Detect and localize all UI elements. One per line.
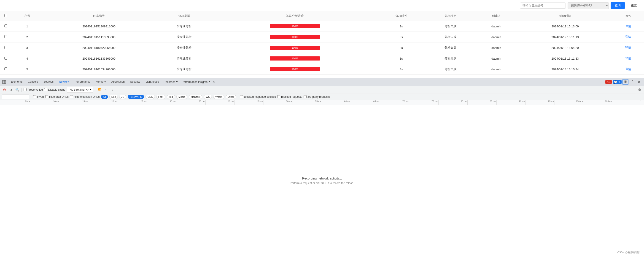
- disable-cache-checkbox[interactable]: [44, 88, 47, 91]
- query-button[interactable]: 查询: [610, 2, 625, 9]
- hide-data-urls-checkbox[interactable]: [45, 95, 48, 98]
- pill-manifest[interactable]: Manifest: [189, 95, 202, 99]
- row-checkbox[interactable]: [4, 67, 7, 70]
- disable-cache-label[interactable]: Disable cache: [44, 88, 65, 91]
- hide-ext-urls-label[interactable]: Hide extension URLs: [70, 95, 100, 98]
- blocked-requests-label[interactable]: Blocked requests: [277, 95, 302, 98]
- recording-text: Recording network activity...: [302, 176, 342, 180]
- blocked-cookies-label[interactable]: Blocked response cookies: [240, 95, 276, 98]
- pill-other[interactable]: Other: [226, 95, 236, 99]
- download-button[interactable]: ↓: [110, 87, 115, 92]
- preserve-log-checkbox[interactable]: [24, 88, 26, 91]
- timeline-tick: 1: [613, 100, 642, 105]
- panel-icon[interactable]: [1, 79, 7, 85]
- pill-img[interactable]: Img: [167, 95, 175, 99]
- row-checkbox-cell: [0, 21, 12, 32]
- pill-js[interactable]: JS: [119, 95, 126, 99]
- invert-text: Invert: [37, 95, 44, 98]
- row-checkbox[interactable]: [4, 35, 7, 38]
- pill-wasm[interactable]: Wasm: [213, 95, 224, 99]
- log-id-input[interactable]: [520, 2, 566, 9]
- tab-security[interactable]: Security: [128, 78, 143, 86]
- tab-performance-insights[interactable]: Performance insights ⚑ ✕: [180, 78, 217, 86]
- more-options-button[interactable]: ⋮: [629, 79, 635, 85]
- blocked-requests-checkbox[interactable]: [277, 95, 280, 98]
- row-time: 2024/01/18 18:04:20: [518, 42, 613, 53]
- filter-input[interactable]: [2, 95, 29, 99]
- preserve-log-text: Preserve log: [28, 88, 43, 91]
- tab-recorder[interactable]: Recorder ⚑: [162, 78, 180, 86]
- pill-css[interactable]: CSS: [146, 95, 155, 99]
- pill-doc[interactable]: Doc: [109, 95, 118, 99]
- warning-badge[interactable]: 💬 26: [613, 80, 622, 84]
- tab-elements[interactable]: Elements: [8, 78, 25, 86]
- row-index: 5: [12, 64, 43, 75]
- clear-button[interactable]: ⊘: [8, 87, 13, 92]
- blocked-cookies-checkbox[interactable]: [240, 95, 243, 98]
- timeline-tick: 20 ms: [89, 100, 118, 105]
- select-all-checkbox[interactable]: [4, 14, 7, 17]
- row-action[interactable]: 详情: [613, 53, 644, 64]
- blocked-cookies-text: Blocked response cookies: [244, 95, 276, 98]
- close-devtools-button[interactable]: ✕: [636, 79, 642, 85]
- timeline-tick: 85 ms: [468, 100, 497, 105]
- col-index: 序号: [12, 11, 43, 21]
- pill-all[interactable]: All: [101, 95, 108, 99]
- search-button[interactable]: 🔍: [15, 87, 20, 92]
- wifi-icon: 📶: [97, 87, 102, 92]
- row-action[interactable]: 详情: [613, 32, 644, 42]
- tab-memory[interactable]: Memory: [93, 78, 108, 86]
- pill-font[interactable]: Font: [156, 95, 166, 99]
- network-settings-button[interactable]: [637, 87, 642, 92]
- detail-link[interactable]: 详情: [625, 46, 631, 49]
- row-checkbox[interactable]: [4, 46, 7, 49]
- detail-link[interactable]: 详情: [625, 67, 631, 71]
- row-action[interactable]: 详情: [613, 21, 644, 32]
- invert-label[interactable]: Invert: [33, 95, 44, 98]
- stop-recording-button[interactable]: ⊘: [2, 87, 7, 92]
- hide-ext-urls-checkbox[interactable]: [70, 95, 73, 98]
- invert-checkbox[interactable]: [33, 95, 36, 98]
- row-progress: 100%: [213, 53, 376, 64]
- row-action[interactable]: 详情: [613, 42, 644, 53]
- throttle-wrapper[interactable]: No throttling ▼: [67, 87, 93, 93]
- type-select[interactable]: 请选择分析类型: [568, 2, 609, 9]
- row-type: 按专业分析: [155, 53, 213, 64]
- row-duration: 3s: [377, 64, 426, 75]
- settings-button[interactable]: [622, 79, 628, 85]
- detail-link[interactable]: 详情: [625, 35, 631, 39]
- timeline-tick: 100 ms: [555, 100, 584, 105]
- upload-button[interactable]: ↑: [104, 87, 108, 92]
- reset-button[interactable]: 重置: [626, 2, 641, 9]
- svg-rect-1: [4, 80, 6, 82]
- third-party-checkbox[interactable]: [304, 95, 306, 98]
- pill-fetch-xhr[interactable]: Fetch/XHR: [128, 95, 144, 99]
- tab-console[interactable]: Console: [25, 78, 41, 86]
- table-row: 4 20240118161133865000 按专业分析 100% 3s 分析失…: [0, 53, 644, 64]
- timeline-tick: 75 ms: [409, 100, 438, 105]
- tab-sources[interactable]: Sources: [41, 78, 56, 86]
- third-party-label[interactable]: 3rd-party requests: [304, 95, 330, 98]
- row-checkbox[interactable]: [4, 57, 7, 60]
- timeline-tick: 10 ms: [31, 100, 60, 105]
- pill-ws[interactable]: WS: [204, 95, 212, 99]
- detail-link[interactable]: 详情: [625, 24, 631, 28]
- detail-link[interactable]: 详情: [625, 57, 631, 60]
- row-creator: dadmin: [475, 21, 518, 32]
- error-badge[interactable]: ✕ 4: [605, 80, 612, 84]
- pill-media[interactable]: Media: [176, 95, 187, 99]
- row-action[interactable]: 详情: [613, 64, 644, 75]
- row-index: 4: [12, 53, 43, 64]
- divider2: [95, 88, 95, 92]
- hide-data-urls-label[interactable]: Hide data URLs: [45, 95, 69, 98]
- throttle-select[interactable]: No throttling: [68, 88, 89, 92]
- network-toolbar-row2: Invert Hide data URLs Hide extension URL…: [0, 93, 644, 100]
- tab-network[interactable]: Network: [56, 78, 72, 86]
- perf-insights-close[interactable]: ✕: [212, 80, 215, 84]
- preserve-log-label[interactable]: Preserve log: [24, 88, 43, 91]
- tab-lighthouse[interactable]: Lighthouse: [143, 78, 162, 86]
- tab-application[interactable]: Application: [108, 78, 128, 86]
- row-checkbox[interactable]: [4, 24, 7, 27]
- tab-performance[interactable]: Performance: [72, 78, 93, 86]
- timeline-tick: 25 ms: [118, 100, 147, 105]
